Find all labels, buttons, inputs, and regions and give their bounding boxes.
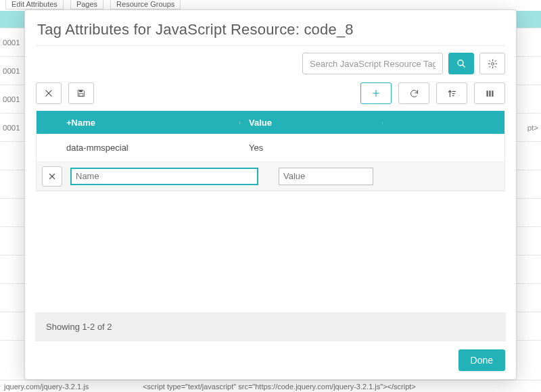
col-header-name[interactable]: +Name (37, 118, 239, 128)
table-row[interactable]: data-mmspecial Yes (37, 134, 504, 162)
cell-name: data-mmspecial (37, 143, 239, 153)
bg-tab[interactable]: Edit Attributes (5, 0, 64, 9)
settings-button[interactable] (479, 53, 505, 74)
done-button[interactable]: Done (458, 349, 505, 371)
svg-rect-6 (79, 94, 83, 97)
save-icon (76, 89, 86, 98)
sort-button[interactable] (436, 82, 467, 104)
save-button[interactable] (68, 82, 94, 104)
divider (36, 45, 505, 46)
status-bar: Showing 1-2 of 2 (35, 312, 506, 341)
refresh-icon (409, 89, 419, 99)
sort-icon (447, 89, 457, 99)
new-name-input[interactable] (70, 168, 258, 185)
columns-button[interactable] (474, 82, 505, 104)
tag-attributes-modal: Tag Attributes for JavaScript Resource: … (24, 9, 517, 380)
svg-rect-14 (489, 91, 490, 97)
search-row (36, 53, 505, 74)
new-value-input[interactable] (279, 168, 373, 185)
svg-point-2 (491, 62, 494, 65)
modal-title: Tag Attributes for JavaScript Resource: … (37, 21, 505, 39)
gear-icon (488, 59, 498, 69)
refresh-button[interactable] (398, 82, 429, 104)
background-tabs: Edit Attributes Pages Resource Groups (0, 0, 541, 9)
plus-icon (371, 89, 381, 98)
toolbar (36, 82, 505, 104)
modal-footer: Done (36, 341, 505, 371)
svg-line-1 (463, 65, 465, 67)
cell-value: Yes (239, 143, 504, 153)
search-icon (456, 58, 467, 69)
svg-rect-15 (492, 91, 493, 97)
columns-icon (485, 89, 495, 99)
svg-rect-13 (486, 91, 488, 97)
col-header-value[interactable]: Value (239, 118, 504, 128)
close-icon (48, 172, 56, 180)
attributes-table: +Name Value data-mmspecial Yes (36, 111, 505, 191)
bg-tab[interactable]: Resource Groups (110, 0, 181, 9)
table-header: +Name Value (37, 111, 504, 134)
svg-rect-5 (79, 90, 83, 92)
bg-tab[interactable]: Pages (70, 0, 103, 9)
search-button[interactable] (448, 53, 474, 74)
cancel-button[interactable] (36, 82, 62, 104)
close-icon (44, 89, 53, 98)
table-row-new (37, 162, 504, 191)
search-input[interactable] (302, 53, 443, 74)
add-button[interactable] (360, 82, 392, 104)
background-footer: jquery.com/jquery-3.2.1.js <script type=… (0, 380, 541, 392)
remove-row-button[interactable] (42, 166, 62, 187)
